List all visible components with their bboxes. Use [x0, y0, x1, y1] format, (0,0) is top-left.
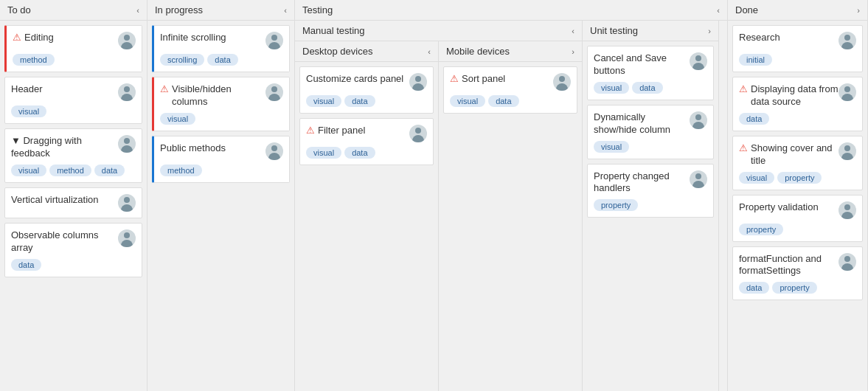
tag-data-cs: data — [632, 82, 662, 94]
tags-research: initial — [739, 54, 856, 66]
card-customize: Customize cards panel visual data — [299, 66, 434, 114]
tags-sort: visual data — [450, 95, 571, 107]
avatar-prop-changed — [690, 170, 707, 188]
tags-observable: data — [11, 259, 136, 271]
avatar-format — [839, 253, 856, 271]
mobile-col: Mobile devices › ⚠ Sort panel — [439, 41, 582, 391]
avatar-infinite — [265, 32, 283, 49]
todo-arrow[interactable]: ‹ — [136, 6, 139, 15]
tag-visual-show: visual — [739, 172, 774, 184]
card-cancel-save-title: Cancel and Save buttons — [594, 52, 690, 77]
card-infinite-header: Infinite scrolling — [160, 32, 283, 49]
tag-initial: initial — [739, 54, 772, 66]
card-showing-title: ⚠ Showing cover and title — [739, 142, 839, 167]
tags-cancel-save: visual data — [594, 82, 707, 94]
todo-header[interactable]: To do ‹ — [0, 0, 147, 21]
unit-testing-col: Unit testing › Cancel and Save buttons v… — [583, 21, 719, 391]
tags-header: visual — [11, 105, 136, 117]
tag-data-sort: data — [488, 95, 518, 107]
testing-title: Testing — [302, 4, 333, 15]
desktop-arrow[interactable]: ‹ — [428, 47, 431, 56]
card-dragging: ▼ Dragging with feedback visual method d… — [4, 128, 142, 183]
tags-visible: visual — [160, 113, 283, 125]
mobile-header[interactable]: Mobile devices › — [439, 41, 582, 62]
tags-prop-changed: property — [594, 199, 707, 211]
card-cancel-save-header: Cancel and Save buttons — [594, 52, 707, 77]
manual-header[interactable]: Manual testing ‹ — [295, 21, 582, 41]
card-format-header: formatFunction and formatSettings — [739, 253, 856, 278]
avatar-research — [839, 32, 856, 49]
card-dyn-show: Dynamically show/hide column visual — [587, 105, 714, 159]
card-dyn-show-title: Dynamically show/hide column — [594, 111, 690, 136]
card-editing-title: ⚠ Editing — [13, 32, 118, 44]
inprogress-header[interactable]: In progress ‹ — [147, 0, 294, 21]
card-dragging-header: ▼ Dragging with feedback — [11, 135, 136, 160]
warning-icon-sort: ⚠ — [450, 73, 459, 86]
card-prop-val: Property validation property — [732, 195, 863, 242]
inprogress-body: Infinite scrolling scrolling data ⚠ Visi… — [147, 21, 294, 391]
desktop-body: Customize cards panel visual data — [295, 62, 438, 391]
manual-testing-col: Manual testing ‹ Desktop devices ‹ — [295, 21, 583, 391]
inprogress-title: In progress — [155, 4, 203, 15]
inprogress-arrow[interactable]: ‹ — [284, 6, 287, 15]
done-arrow[interactable]: › — [857, 6, 860, 15]
unit-header[interactable]: Unit testing › — [583, 21, 718, 41]
tag-data-obs: data — [11, 259, 41, 271]
card-showing-header: ⚠ Showing cover and title — [739, 142, 856, 167]
avatar-displaying — [839, 83, 856, 101]
tags-displaying: data — [739, 113, 856, 125]
avatar-showing — [839, 142, 856, 160]
tags-format: data property — [739, 282, 856, 294]
tag-data-fmt: data — [739, 282, 769, 294]
card-vert-virt-title: Vertical virtualization — [11, 194, 118, 207]
tags-dyn-show: visual — [594, 141, 707, 153]
warning-icon-editing: ⚠ — [13, 32, 21, 44]
tag-visual-cs: visual — [594, 82, 629, 94]
tags-prop-val: property — [739, 224, 856, 235]
card-prop-val-header: Property validation — [739, 201, 856, 219]
card-research-title: Research — [739, 32, 839, 44]
todo-body: ⚠ Editing method Header visual — [0, 21, 147, 391]
column-inprogress: In progress ‹ Infinite scrolling scrolli… — [147, 0, 295, 391]
card-infinite-title: Infinite scrolling — [160, 32, 265, 44]
unit-title: Unit testing — [590, 25, 638, 36]
done-header[interactable]: Done › — [728, 0, 867, 21]
card-observable-header: Observable columns array — [11, 229, 136, 255]
card-prop-val-title: Property validation — [739, 201, 839, 214]
tag-method-pub: method — [160, 165, 202, 176]
unit-arrow[interactable]: › — [708, 27, 711, 35]
avatar-sort — [553, 73, 571, 91]
avatar-prop-val — [839, 201, 856, 219]
card-visible-header: ⚠ Visible/hidden columns — [160, 83, 283, 108]
card-prop-changed-title: Property changed handlers — [594, 170, 690, 196]
testing-inner: Manual testing ‹ Desktop devices ‹ — [295, 21, 727, 391]
manual-inner: Desktop devices ‹ Customize cards panel — [295, 41, 582, 391]
desktop-header[interactable]: Desktop devices ‹ — [295, 41, 438, 62]
card-editing-header: ⚠ Editing — [13, 32, 136, 49]
card-observable: Observable columns array data — [4, 223, 142, 277]
card-prop-changed-header: Property changed handlers — [594, 170, 707, 196]
tag-visual-sort: visual — [450, 95, 485, 107]
card-dragging-title: ▼ Dragging with feedback — [11, 135, 118, 160]
tags-customize: visual data — [306, 95, 427, 107]
card-prop-changed: Property changed handlers property — [587, 164, 714, 218]
tag-data-cust: data — [344, 95, 375, 107]
card-observable-title: Observable columns array — [11, 229, 118, 255]
desktop-col: Desktop devices ‹ Customize cards panel — [295, 41, 439, 391]
card-filter-header: ⚠ Filter panel — [306, 125, 427, 142]
tag-property-pc: property — [594, 199, 638, 211]
avatar-observable — [118, 229, 136, 247]
testing-header[interactable]: Testing ‹ — [295, 0, 727, 21]
mobile-arrow[interactable]: › — [572, 47, 574, 56]
unit-body: Cancel and Save buttons visual data Dyna… — [583, 41, 718, 391]
testing-arrow[interactable]: ‹ — [717, 6, 720, 15]
card-header: Header visual — [4, 77, 142, 124]
avatar-public — [265, 142, 283, 160]
desktop-title: Desktop devices — [302, 46, 372, 57]
manual-arrow[interactable]: ‹ — [572, 27, 574, 35]
done-title: Done — [735, 4, 758, 15]
tag-method-d: method — [49, 165, 91, 176]
card-sort-header: ⚠ Sort panel — [450, 73, 571, 91]
column-done: Done › Research initial ⚠ Displaying d — [728, 0, 868, 391]
card-filter-title: ⚠ Filter panel — [306, 125, 409, 137]
